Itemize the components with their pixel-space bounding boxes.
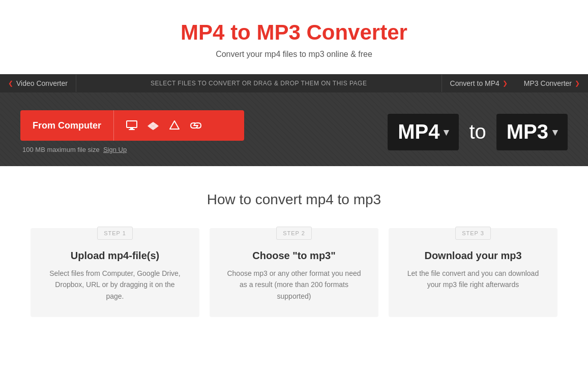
step-1-card: STEP 1 Upload mp4-file(s) Select files f…	[31, 228, 199, 317]
how-to-section: How to convert mp4 to mp3 STEP 1 Upload …	[0, 166, 588, 337]
header-section: MP4 to MP3 Converter Convert your mp4 fi…	[0, 0, 588, 74]
signup-link[interactable]: Sign Up	[103, 146, 127, 153]
to-format-dropdown-icon: ▾	[552, 126, 557, 138]
step-3-desc: Let the file convert and you can downloa…	[404, 268, 542, 291]
step-1-label: STEP 1	[97, 227, 133, 240]
page-title: MP4 to MP3 Converter	[10, 20, 578, 45]
page-subtitle: Convert your mp4 files to mp3 online & f…	[10, 50, 578, 59]
how-to-title: How to convert mp4 to mp3	[31, 192, 557, 208]
step-3-title: Download your mp3	[404, 250, 542, 262]
from-format-button[interactable]: MP4 ▾	[388, 114, 459, 150]
step-1-desc: Select files from Computer, Google Drive…	[46, 268, 184, 302]
converter-main: From Computer	[0, 92, 588, 166]
upload-section: From Computer	[20, 110, 244, 153]
nav-row: ❮ Video Converter SELECT FILES TO CONVER…	[0, 74, 588, 92]
nav-mp3-chevron: ❯	[575, 80, 580, 87]
to-format-label: MP3	[507, 120, 548, 143]
svg-rect-2	[129, 129, 135, 130]
to-format-button[interactable]: MP3 ▾	[496, 114, 568, 150]
step-1-title: Upload mp4-file(s)	[46, 250, 184, 262]
from-format-dropdown-icon: ▾	[444, 126, 449, 138]
svg-rect-0	[127, 121, 137, 128]
step-2-title: Choose "to mp3"	[225, 250, 363, 262]
nav-video-converter-label: Video Converter	[16, 79, 68, 87]
from-computer-button[interactable]: From Computer	[20, 110, 244, 141]
nav-convert-mp4-chevron: ❯	[503, 80, 508, 87]
step-2-card: STEP 2 Choose "to mp3" Choose mp3 or any…	[210, 228, 378, 317]
google-drive-icon	[169, 120, 180, 131]
monitor-icon	[126, 120, 137, 131]
nav-right: Convert to MP4 ❯ MP3 Converter ❯	[442, 74, 588, 92]
svg-marker-7	[170, 121, 179, 129]
nav-left[interactable]: ❮ Video Converter	[0, 74, 76, 92]
to-text: to	[464, 120, 491, 143]
converter-section: ❮ Video Converter SELECT FILES TO CONVER…	[0, 74, 588, 166]
nav-convert-mp4[interactable]: Convert to MP4 ❯	[442, 74, 516, 92]
from-computer-label: From Computer	[20, 120, 113, 131]
upload-icons	[113, 110, 214, 141]
nav-convert-mp4-label: Convert to MP4	[450, 79, 499, 87]
nav-mp3-converter-label: MP3 Converter	[524, 79, 572, 87]
step-2-label: STEP 2	[276, 227, 312, 240]
link-icon	[190, 121, 201, 130]
svg-rect-1	[130, 128, 133, 129]
dropbox-icon	[148, 120, 159, 131]
step-3-label: STEP 3	[455, 227, 491, 240]
steps-container: STEP 1 Upload mp4-file(s) Select files f…	[31, 228, 557, 317]
file-limit-text: 100 MB maximum file size Sign Up	[22, 146, 127, 153]
nav-mp3-converter[interactable]: MP3 Converter ❯	[516, 74, 588, 92]
from-format-label: MP4	[398, 120, 439, 143]
step-2-desc: Choose mp3 or any other format you need …	[225, 268, 363, 302]
format-selector: MP4 ▾ to MP3 ▾	[388, 114, 568, 150]
nav-center-label: SELECT FILES TO CONVERT OR DRAG & DROP T…	[76, 75, 442, 92]
left-chevron-icon: ❮	[8, 80, 13, 87]
step-3-card: STEP 3 Download your mp3 Let the file co…	[389, 228, 557, 317]
